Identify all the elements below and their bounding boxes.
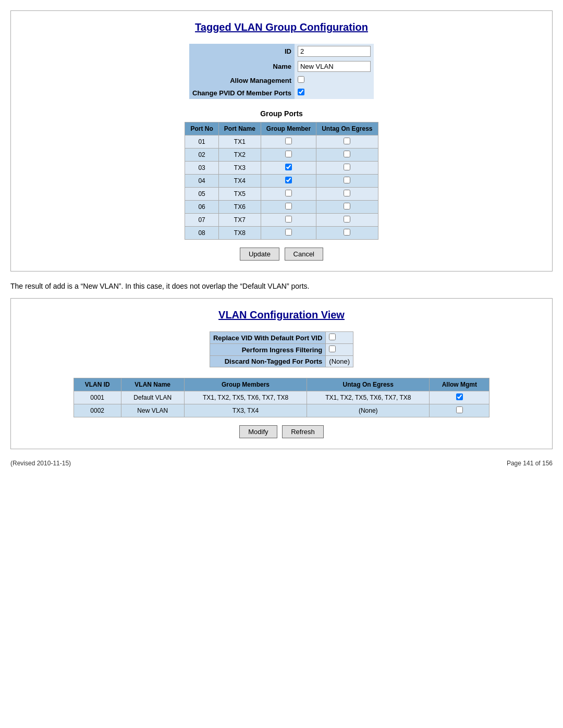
name-value-cell bbox=[295, 59, 374, 74]
discard-nontagged-label: Discard Non-Tagged For Ports bbox=[210, 356, 325, 367]
discard-nontagged-value: (None) bbox=[326, 356, 353, 367]
id-input[interactable] bbox=[298, 46, 371, 57]
tagged-vlan-panel: Tagged VLAN Group Configuration ID Name … bbox=[10, 10, 553, 272]
port-name: TX7 bbox=[218, 214, 261, 227]
vlan-members-cell: TX3, TX4 bbox=[184, 404, 307, 417]
table-row: 04 TX4 bbox=[185, 175, 378, 188]
port-untag-cell bbox=[316, 188, 378, 201]
vlan-config-title: VLAN Configuration View bbox=[21, 309, 542, 321]
port-untag-cell bbox=[316, 227, 378, 240]
allow-mgmt-checkbox[interactable] bbox=[456, 406, 463, 413]
port-member-cell bbox=[261, 214, 316, 227]
col-untag-egress: Untag On Egress bbox=[307, 378, 430, 391]
port-no: 02 bbox=[185, 149, 218, 162]
change-pvid-checkbox[interactable] bbox=[298, 89, 304, 95]
change-pvid-value bbox=[295, 87, 374, 99]
col-untag-egress: Untag On Egress bbox=[316, 122, 378, 135]
port-member-checkbox[interactable] bbox=[285, 229, 292, 236]
port-member-cell bbox=[261, 162, 316, 175]
port-untag-cell bbox=[316, 214, 378, 227]
port-name: TX5 bbox=[218, 188, 261, 201]
port-name: TX6 bbox=[218, 201, 261, 214]
vlan-settings-table: Replace VID With Default Port VID Perfor… bbox=[210, 331, 353, 367]
tagged-vlan-title: Tagged VLAN Group Configuration bbox=[21, 21, 542, 33]
port-no: 03 bbox=[185, 162, 218, 175]
port-name: TX3 bbox=[218, 162, 261, 175]
port-untag-checkbox[interactable] bbox=[344, 138, 350, 144]
port-member-checkbox[interactable] bbox=[285, 216, 292, 223]
table-row: 06 TX6 bbox=[185, 201, 378, 214]
port-no: 08 bbox=[185, 227, 218, 240]
refresh-button[interactable]: Refresh bbox=[282, 425, 324, 438]
port-untag-checkbox[interactable] bbox=[344, 216, 350, 223]
col-vlan-id: VLAN ID bbox=[74, 378, 121, 391]
vlan-allow-mgmt-cell bbox=[430, 391, 489, 404]
port-untag-cell bbox=[316, 135, 378, 149]
port-untag-checkbox[interactable] bbox=[344, 203, 350, 209]
port-untag-checkbox[interactable] bbox=[344, 164, 350, 170]
allow-mgmt-checkbox[interactable] bbox=[298, 76, 304, 83]
table-row: 02 TX2 bbox=[185, 149, 378, 162]
port-member-checkbox[interactable] bbox=[285, 151, 292, 157]
group-ports-title: Group Ports bbox=[21, 109, 542, 118]
modify-button[interactable]: Modify bbox=[239, 425, 277, 438]
port-member-checkbox[interactable] bbox=[285, 138, 292, 144]
port-untag-cell bbox=[316, 149, 378, 162]
cancel-button[interactable]: Cancel bbox=[285, 248, 323, 261]
table-row: 0002 New VLAN TX3, TX4 (None) bbox=[74, 404, 489, 417]
col-allow-mgmt: Allow Mgmt bbox=[430, 378, 489, 391]
port-untag-cell bbox=[316, 175, 378, 188]
id-label: ID bbox=[189, 44, 295, 59]
table-row: 07 TX7 bbox=[185, 214, 378, 227]
port-member-checkbox[interactable] bbox=[285, 203, 292, 209]
port-member-cell bbox=[261, 135, 316, 149]
group-ports-section: Group Ports Port No Port Name Group Memb… bbox=[21, 109, 542, 240]
col-port-name: Port Name bbox=[218, 122, 261, 135]
port-untag-cell bbox=[316, 201, 378, 214]
port-member-cell bbox=[261, 149, 316, 162]
replace-vid-checkbox[interactable] bbox=[329, 334, 336, 340]
ingress-filter-checkbox[interactable] bbox=[329, 346, 336, 352]
vlan-config-panel: VLAN Configuration View Replace VID With… bbox=[10, 298, 553, 449]
table-row: 03 TX3 bbox=[185, 162, 378, 175]
port-name: TX4 bbox=[218, 175, 261, 188]
port-no: 01 bbox=[185, 135, 218, 149]
change-pvid-label: Change PVID Of Member Ports bbox=[189, 87, 295, 99]
vlan-allow-mgmt-cell bbox=[430, 404, 489, 417]
port-no: 04 bbox=[185, 175, 218, 188]
port-name: TX8 bbox=[218, 227, 261, 240]
table-row: 08 TX8 bbox=[185, 227, 378, 240]
port-untag-checkbox[interactable] bbox=[344, 177, 350, 183]
port-member-checkbox[interactable] bbox=[285, 190, 292, 196]
port-no: 07 bbox=[185, 214, 218, 227]
port-untag-cell bbox=[316, 162, 378, 175]
page-container: Tagged VLAN Group Configuration ID Name … bbox=[10, 10, 553, 467]
replace-vid-label: Replace VID With Default Port VID bbox=[210, 332, 325, 344]
ingress-filter-label: Perform Ingress Filtering bbox=[210, 344, 325, 356]
port-member-checkbox[interactable] bbox=[285, 177, 292, 183]
table-row: 0001 Default VLAN TX1, TX2, TX5, TX6, TX… bbox=[74, 391, 489, 404]
port-untag-checkbox[interactable] bbox=[344, 190, 350, 196]
col-group-members: Group Members bbox=[184, 378, 307, 391]
port-member-checkbox[interactable] bbox=[285, 164, 292, 170]
col-group-member: Group Member bbox=[261, 122, 316, 135]
port-member-cell bbox=[261, 227, 316, 240]
vlan-id-cell: 0001 bbox=[74, 391, 121, 404]
ports-table: Port No Port Name Group Member Untag On … bbox=[185, 122, 378, 240]
allow-mgmt-checkbox[interactable] bbox=[456, 393, 463, 400]
allow-mgmt-value bbox=[295, 74, 374, 87]
update-button[interactable]: Update bbox=[240, 248, 279, 261]
ingress-filter-value bbox=[326, 344, 353, 356]
vlan-form-table: ID Name Allow Management Change PVID bbox=[189, 44, 374, 99]
bottom-btn-row: Modify Refresh bbox=[21, 425, 542, 438]
port-name: TX2 bbox=[218, 149, 261, 162]
port-untag-checkbox[interactable] bbox=[344, 229, 350, 236]
name-input[interactable] bbox=[298, 61, 371, 72]
name-label: Name bbox=[189, 59, 295, 74]
vlan-members-cell: TX1, TX2, TX5, TX6, TX7, TX8 bbox=[184, 391, 307, 404]
col-vlan-name: VLAN Name bbox=[121, 378, 184, 391]
page-footer: (Revised 2010-11-15) Page 141 of 156 bbox=[10, 460, 553, 467]
port-member-cell bbox=[261, 188, 316, 201]
port-untag-checkbox[interactable] bbox=[344, 151, 350, 157]
port-no: 06 bbox=[185, 201, 218, 214]
